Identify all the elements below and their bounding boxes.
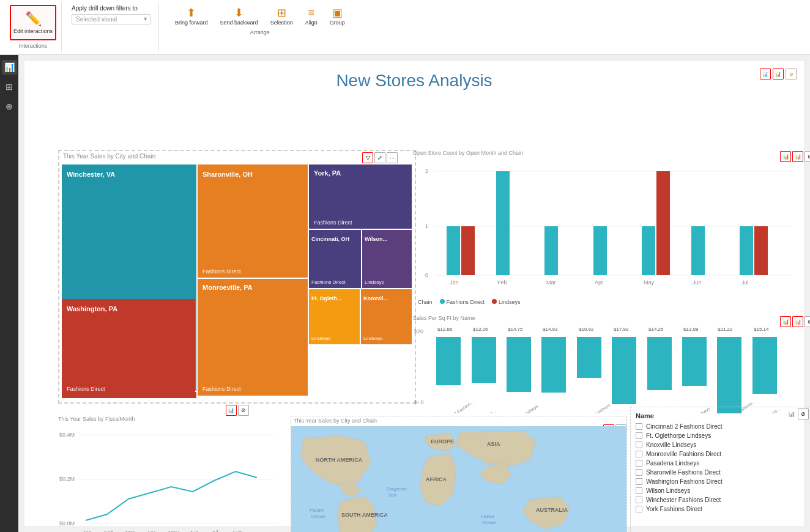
bring-forward-button[interactable]: ⬆ Bring forward: [171, 5, 212, 27]
bar-jun-fashions[interactable]: [691, 226, 705, 275]
top-chart-icon-1[interactable]: 📊: [760, 68, 771, 79]
treemap-label-wilson: Wilson...: [365, 236, 387, 242]
treemap-label-winchester: Winchester, VA: [67, 171, 115, 178]
legend-checkbox-4[interactable]: [636, 451, 642, 457]
legend-item-8[interactable]: Wilson Lindseys: [636, 486, 805, 495]
sqft-chart-btn-1[interactable]: 📊: [780, 316, 791, 327]
bar-jul-lindseys[interactable]: [754, 226, 768, 275]
legend-item-10[interactable]: York Fashions Direct: [636, 504, 805, 514]
sqft-bar-3[interactable]: [507, 337, 531, 392]
bar-may-lindseys[interactable]: [656, 171, 670, 275]
sqft-bar-4[interactable]: [541, 337, 566, 393]
pacific-ocean-label: Pacific: [310, 508, 324, 513]
legend-item-5[interactable]: Pasadena Lindseys: [636, 459, 805, 468]
sqft-chart-svg: $20 $-.0 $12.86 $12.26 $14.75 $14.93 $10…: [413, 325, 804, 413]
legend-item-9[interactable]: Winchester Fashions Direct: [636, 495, 805, 504]
treemap-label-knoxville: Knoxvil...: [363, 295, 388, 301]
line-x-aug: Aug: [232, 530, 242, 532]
legend-checkbox-7[interactable]: [636, 478, 642, 485]
line-x-mar: Mar: [125, 530, 135, 532]
legend-checkbox-1[interactable]: [636, 423, 642, 430]
sidebar-bar-chart-icon[interactable]: 📊: [2, 60, 17, 75]
legend-item-4[interactable]: Monroeville Fashions Direct: [636, 449, 805, 459]
group-label: Group: [330, 20, 345, 26]
legend-checkbox-9[interactable]: [636, 497, 642, 503]
group-button[interactable]: ▣ Group: [326, 5, 349, 27]
open-store-chart-btn-1[interactable]: 📊: [780, 151, 791, 162]
selection-button[interactable]: ⊞ Selection: [267, 5, 297, 27]
sqft-bar-6[interactable]: [612, 337, 636, 404]
legend-item-7[interactable]: Washington Fashions Direct: [636, 477, 805, 486]
line-x-jun: Jun: [190, 530, 199, 532]
sqft-bar-7[interactable]: [647, 337, 672, 390]
legend-checkbox-2[interactable]: [636, 432, 642, 439]
x-label-jun: Jun: [693, 279, 702, 286]
treemap-title: This Year Sales by City and Chain: [59, 151, 415, 161]
legend-label-10: York Fashions Direct: [646, 506, 702, 512]
legend-checkbox-6[interactable]: [636, 469, 642, 476]
sidebar-table-icon[interactable]: ⊞: [3, 79, 15, 94]
map-visual: This Year Sales by City and Chain 📊 ⊘: [291, 416, 627, 532]
sqft-chart-btn-2[interactable]: 📊: [792, 316, 803, 327]
treemap-cell-washington-large[interactable]: [62, 299, 195, 396]
legend-checkbox-3[interactable]: [636, 441, 642, 448]
bar-jan-lindseys[interactable]: [461, 226, 475, 275]
bar-may-fashions[interactable]: [642, 226, 655, 275]
edit-interactions-button[interactable]: ✏️ Edit interactions: [10, 5, 56, 40]
bar-mar-fashions[interactable]: [544, 226, 558, 275]
line-x-may: May: [168, 530, 179, 532]
south-america-continent-label: SOUTH AMERICA: [341, 512, 388, 518]
treemap-expand-icon[interactable]: ⤢: [374, 152, 385, 163]
treemap-cell-monroeville[interactable]: [198, 279, 308, 396]
open-store-cancel-btn[interactable]: ⊘: [804, 151, 810, 162]
treemap-bottom-chart-btn[interactable]: 📊: [226, 405, 237, 416]
sqft-cancel-btn[interactable]: ⊘: [804, 316, 810, 327]
treemap-cell-sharonville[interactable]: [198, 164, 308, 278]
sqft-bar-2[interactable]: [472, 337, 496, 383]
legend-item-2[interactable]: Ft. Oglethorpe Lindseys: [636, 431, 805, 440]
treemap-chain-wilson: Lindseys: [365, 279, 384, 285]
bar-apr-fashions[interactable]: [593, 226, 607, 275]
bar-jan-fashions[interactable]: [447, 226, 460, 275]
open-store-chart-btn-2[interactable]: 📊: [792, 151, 803, 162]
arrange-section-label: Arrange: [250, 29, 270, 35]
sqft-bar-5[interactable]: [577, 337, 601, 378]
selected-visual-dropdown[interactable]: Selected visual ▼: [72, 14, 151, 24]
sqft-bar-1[interactable]: [436, 337, 461, 385]
asia-shape: [456, 431, 536, 466]
legend-checkbox-10[interactable]: [636, 506, 642, 512]
legend-cancel-btn[interactable]: ⊘: [798, 408, 809, 419]
legend-chart-btn[interactable]: 📊: [786, 408, 797, 419]
treemap-chain-sharonville: Fashions Direct: [202, 268, 241, 275]
chain-fashions-direct-label: Fashions Direct: [447, 299, 485, 305]
align-button[interactable]: ≡ Align: [302, 6, 321, 27]
sqft-bar-8[interactable]: [682, 337, 707, 386]
legend-checkbox-8[interactable]: [636, 487, 642, 494]
treemap-label-york: York, PA: [314, 169, 341, 177]
top-chart-icon-2[interactable]: 📊: [773, 68, 784, 79]
bar-feb-fashions[interactable]: [496, 171, 510, 275]
legend-item-6[interactable]: Sharonville Fashions Direct: [636, 468, 805, 477]
x-label-mar: Mar: [546, 279, 556, 286]
treemap-chain-cincinnati: Fashions Direct: [311, 279, 346, 285]
sqft-bar-10[interactable]: [752, 337, 777, 394]
top-chart-cancel-icon[interactable]: ⊘: [786, 68, 797, 79]
treemap-chain-knoxville: Lindseys: [363, 336, 383, 341]
sargasso-label: Sargasso: [386, 486, 407, 492]
treemap-more-icon[interactable]: ···: [387, 152, 398, 163]
legend-item-1[interactable]: Cincinnati 2 Fashions Direct: [636, 422, 805, 431]
sqft-y-top: $20: [414, 328, 423, 334]
legend-checkbox-5[interactable]: [636, 460, 642, 467]
bar-jul-fashions[interactable]: [740, 226, 753, 275]
bring-forward-label: Bring forward: [175, 20, 208, 26]
open-store-chart-visual: 📊 📊 ⊘ Open Store Count by Open Month and…: [413, 150, 810, 315]
sqft-bar-9[interactable]: [717, 337, 741, 413]
treemap-svg: Winchester, VA Fashions Direct Sharonvil…: [62, 164, 412, 400]
treemap-bottom-cancel-btn[interactable]: ⊘: [238, 405, 249, 416]
line-x-jan: Jan: [83, 530, 92, 532]
sqft-x-4: Monroeyi...: [542, 412, 562, 413]
sidebar-layers-icon[interactable]: ⊕: [3, 99, 15, 114]
send-backward-button[interactable]: ⬇ Send backward: [217, 5, 262, 27]
legend-item-3[interactable]: Knoxville Lindseys: [636, 440, 805, 449]
treemap-filter-icon[interactable]: ▽: [362, 152, 373, 163]
